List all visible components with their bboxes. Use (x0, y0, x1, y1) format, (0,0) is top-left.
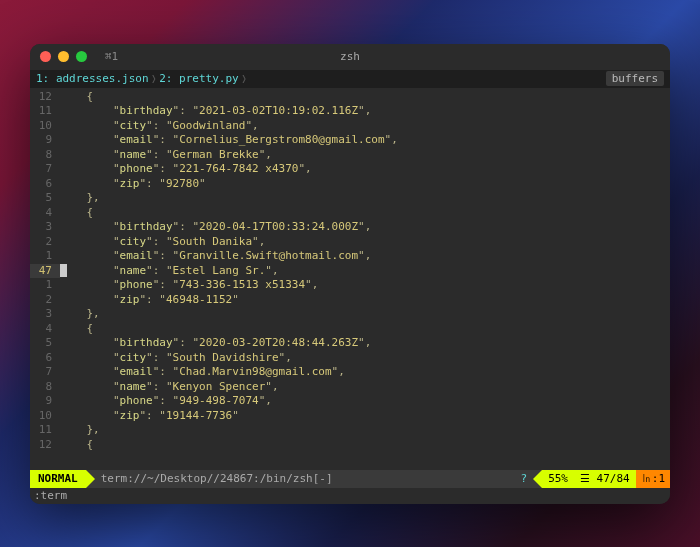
code-line[interactable]: 4 { (30, 206, 670, 221)
code-line[interactable]: 4 { (30, 322, 670, 337)
code-content: "birthday": "2020-03-20T20:48:44.263Z", (60, 336, 670, 351)
line-number: 11 (30, 423, 60, 438)
code-content: "city": "South Danika", (60, 235, 670, 250)
code-content: "zip": "46948-1152" (60, 293, 670, 308)
line-position: ☰ 47/84 (574, 470, 636, 488)
code-line[interactable]: 10 "zip": "19144-7736" (30, 409, 670, 424)
line-number: 6 (30, 351, 60, 366)
line-number: 1 (30, 278, 60, 293)
code-content: "phone": "743-336-1513 x51334", (60, 278, 670, 293)
code-content: }, (60, 307, 670, 322)
buffer-tab-1[interactable]: 1: addresses.json (36, 72, 149, 85)
code-line[interactable]: 5 "birthday": "2020-03-20T20:48:44.263Z"… (30, 336, 670, 351)
code-content: }, (60, 423, 670, 438)
line-number: 9 (30, 394, 60, 409)
line-number: 10 (30, 119, 60, 134)
code-line[interactable]: 7 "phone": "221-764-7842 x4370", (30, 162, 670, 177)
traffic-lights (40, 51, 87, 62)
line-number: 3 (30, 220, 60, 235)
line-number: 5 (30, 336, 60, 351)
code-content: "name": "German Brekke", (60, 148, 670, 163)
code-content: "name": "Estel Lang Sr.", (60, 264, 670, 279)
line-number: 2 (30, 235, 60, 250)
line-number: 11 (30, 104, 60, 119)
code-content: "city": "South Davidshire", (60, 351, 670, 366)
code-line[interactable]: 1 "phone": "743-336-1513 x51334", (30, 278, 670, 293)
command-line[interactable]: :term (30, 488, 670, 504)
code-content: "birthday": "2020-04-17T00:33:24.000Z", (60, 220, 670, 235)
status-line: NORMAL term://~/Desktop//24867:/bin/zsh[… (30, 470, 670, 488)
code-line[interactable]: 12 { (30, 438, 670, 453)
buffers-label: buffers (606, 71, 664, 86)
tab-indicator: ⌘1 (105, 50, 118, 63)
code-line[interactable]: 12 { (30, 90, 670, 105)
terminal-window: ⌘1 zsh 1: addresses.json ❭ 2: pretty.py … (30, 44, 670, 504)
window-title: zsh (340, 50, 360, 63)
line-number: 12 (30, 438, 60, 453)
code-content: { (60, 438, 670, 453)
line-number: 9 (30, 133, 60, 148)
code-line[interactable]: 7 "email": "Chad.Marvin98@gmail.com", (30, 365, 670, 380)
code-content: "email": "Cornelius_Bergstrom80@gmail.co… (60, 133, 670, 148)
line-number: 4 (30, 206, 60, 221)
code-line[interactable]: 10 "city": "Goodwinland", (30, 119, 670, 134)
code-content: "birthday": "2021-03-02T10:19:02.116Z", (60, 104, 670, 119)
zoom-icon[interactable] (76, 51, 87, 62)
separator-icon (533, 470, 542, 488)
line-number: 1 (30, 249, 60, 264)
line-number: 3 (30, 307, 60, 322)
code-line[interactable]: 3 "birthday": "2020-04-17T00:33:24.000Z"… (30, 220, 670, 235)
scroll-percent: 55% (542, 470, 574, 488)
code-line[interactable]: 5 }, (30, 191, 670, 206)
line-number: 8 (30, 148, 60, 163)
code-line[interactable]: 11 }, (30, 423, 670, 438)
code-content: "email": "Granville.Swift@hotmail.com", (60, 249, 670, 264)
code-content: "name": "Kenyon Spencer", (60, 380, 670, 395)
line-number: 7 (30, 365, 60, 380)
code-content: "email": "Chad.Marvin98@gmail.com", (60, 365, 670, 380)
chevron-right-icon: ❭ (151, 72, 158, 85)
column-position: ㏑:1 (636, 470, 670, 488)
code-line[interactable]: 6 "city": "South Davidshire", (30, 351, 670, 366)
line-number: 6 (30, 177, 60, 192)
close-icon[interactable] (40, 51, 51, 62)
code-line[interactable]: 2 "city": "South Danika", (30, 235, 670, 250)
cursor-icon (60, 264, 67, 277)
line-number: 4 (30, 322, 60, 337)
code-line[interactable]: 47 "name": "Estel Lang Sr.", (30, 264, 670, 279)
code-line[interactable]: 2 "zip": "46948-1152" (30, 293, 670, 308)
code-content: { (60, 322, 670, 337)
separator-icon (86, 470, 95, 488)
line-number: 2 (30, 293, 60, 308)
line-number: 7 (30, 162, 60, 177)
buffer-line: 1: addresses.json ❭ 2: pretty.py ❭ buffe… (30, 70, 670, 88)
code-content: "phone": "949-498-7074", (60, 394, 670, 409)
minimize-icon[interactable] (58, 51, 69, 62)
line-number: 8 (30, 380, 60, 395)
chevron-right-icon: ❭ (241, 72, 248, 85)
code-content: "zip": "19144-7736" (60, 409, 670, 424)
code-content: { (60, 90, 670, 105)
code-line[interactable]: 8 "name": "Kenyon Spencer", (30, 380, 670, 395)
code-content: }, (60, 191, 670, 206)
code-content: "zip": "92780" (60, 177, 670, 192)
mode-indicator: NORMAL (30, 470, 86, 488)
code-line[interactable]: 6 "zip": "92780" (30, 177, 670, 192)
code-content: "phone": "221-764-7842 x4370", (60, 162, 670, 177)
buffer-tab-2[interactable]: 2: pretty.py (159, 72, 238, 85)
code-line[interactable]: 11 "birthday": "2021-03-02T10:19:02.116Z… (30, 104, 670, 119)
help-icon[interactable]: ? (515, 470, 534, 488)
code-line[interactable]: 1 "email": "Granville.Swift@hotmail.com"… (30, 249, 670, 264)
line-number: 47 (30, 264, 60, 279)
line-number: 5 (30, 191, 60, 206)
code-content: { (60, 206, 670, 221)
code-line[interactable]: 3 }, (30, 307, 670, 322)
editor-pane[interactable]: 12 {11 "birthday": "2021-03-02T10:19:02.… (30, 88, 670, 470)
code-line[interactable]: 8 "name": "German Brekke", (30, 148, 670, 163)
file-path: term://~/Desktop//24867:/bin/zsh[-] (95, 470, 515, 488)
code-line[interactable]: 9 "phone": "949-498-7074", (30, 394, 670, 409)
line-number: 12 (30, 90, 60, 105)
code-content: "city": "Goodwinland", (60, 119, 670, 134)
code-line[interactable]: 9 "email": "Cornelius_Bergstrom80@gmail.… (30, 133, 670, 148)
titlebar: ⌘1 zsh (30, 44, 670, 70)
